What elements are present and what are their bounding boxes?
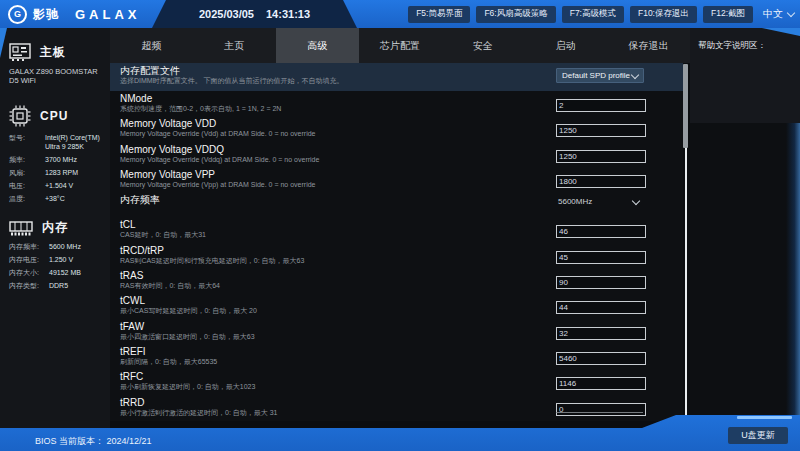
info-value: +1.504 V — [45, 181, 106, 190]
brand-name-cn: 影驰 — [33, 6, 59, 23]
function-key-button[interactable]: F7:高级模式 — [562, 6, 624, 23]
cpu-section-title: CPU — [40, 109, 68, 123]
setting-input[interactable] — [556, 301, 646, 314]
settings-panel: 内存配置文件选择DIMM时序配置文件。 下面的值从当前运行的值开始，不自动填充。… — [110, 63, 683, 421]
setting-row[interactable]: 内存配置文件选择DIMM时序配置文件。 下面的值从当前运行的值开始，不自动填充。… — [110, 63, 683, 91]
setting-input[interactable] — [556, 251, 646, 264]
header-actions: F5:简易界面F6:风扇高级策略F7:高级模式F10:保存退出F12:截图 中文 — [408, 0, 794, 28]
chevron-down-icon — [787, 8, 795, 16]
setting-row[interactable]: 内存频率5600MHz — [110, 192, 683, 217]
bios-version-text: BIOS 当前版本： 2024/12/21 — [35, 435, 152, 448]
date-text: 2025/03/05 — [199, 8, 254, 20]
board-name: GALAX Z890 BOOMSTAR D5 WiFi — [9, 67, 104, 85]
memory-info-list: 内存频率:5600 MHz内存电压:1.250 V内存大小:49152 MB内存… — [9, 242, 106, 290]
info-label: 内存类型: — [9, 281, 49, 290]
right-decorative-area — [690, 123, 800, 418]
tab-保存退出[interactable]: 保存退出 — [607, 28, 690, 63]
board-section-title: 主板 — [40, 44, 66, 61]
chevron-down-icon — [631, 70, 639, 78]
info-label: 内存大小: — [9, 268, 49, 277]
time-text: 14:31:13 — [266, 8, 310, 20]
info-row: 温度:+38°C — [9, 194, 106, 203]
brand-name-en: GALAX — [75, 7, 141, 22]
info-value: 1.250 V — [49, 255, 106, 264]
info-label: 电压: — [9, 181, 45, 190]
dropdown-value: 5600MHz — [558, 197, 592, 206]
info-row: 电压:+1.504 V — [9, 181, 106, 190]
scrollbar-track — [685, 148, 687, 418]
info-row: 型号:Intel(R) Core(TM) Ultra 9 285K — [9, 133, 106, 151]
setting-row[interactable]: tREFI刷新间隔，0: 自动，最大65535 — [110, 344, 683, 369]
tab-高级[interactable]: 高级 — [276, 28, 359, 63]
cpu-chip-icon — [9, 105, 31, 127]
info-value: Intel(R) Core(TM) Ultra 9 285K — [45, 133, 106, 151]
galax-logo-icon: G — [8, 5, 27, 24]
setting-row[interactable]: tRFC最小刷新恢复延迟时间，0: 自动，最大1023 — [110, 369, 683, 394]
setting-input[interactable] — [556, 377, 646, 390]
info-value: +38°C — [45, 194, 106, 203]
setting-input[interactable] — [556, 124, 646, 137]
right-edge-glow — [786, 123, 800, 418]
function-key-button[interactable]: F12:截图 — [703, 6, 753, 23]
bios-menu-tabs: 超频主页高级芯片配置安全启动保存退出 — [110, 28, 690, 63]
function-key-button[interactable]: F5:简易界面 — [408, 6, 470, 23]
setting-input[interactable] — [556, 225, 646, 238]
datetime-display: 2025/03/05 14:31:13 — [152, 0, 357, 28]
setting-input[interactable] — [556, 403, 646, 416]
dropdown-value: Default SPD profile — [562, 71, 630, 80]
info-label: 型号: — [9, 133, 45, 151]
settings-scrollbar[interactable] — [683, 64, 688, 420]
setting-dropdown[interactable]: Default SPD profile — [556, 68, 644, 83]
setting-input[interactable] — [556, 327, 646, 340]
setting-row[interactable]: tRASRAS有效时间，0: 自动，最大64 — [110, 268, 683, 293]
brand-logo: G 影驰 GALAX — [8, 0, 141, 28]
info-value: 5600 MHz — [49, 242, 106, 251]
ram-icon — [9, 220, 33, 236]
function-key-button[interactable]: F6:风扇高级策略 — [476, 6, 555, 23]
info-label: 内存频率: — [9, 242, 49, 251]
scrollbar-thumb[interactable] — [683, 64, 688, 148]
setting-row[interactable]: tCLCAS延时，0: 自动，最大31 — [110, 217, 683, 242]
next-row-partial-divider — [556, 412, 643, 413]
setting-input[interactable] — [556, 150, 646, 163]
tab-主页[interactable]: 主页 — [193, 28, 276, 63]
board-section: 主板 GALAX Z890 BOOMSTAR D5 WiFi — [0, 43, 110, 85]
tab-芯片配置[interactable]: 芯片配置 — [359, 28, 442, 63]
setting-row[interactable]: Memory Voltage VDDMemory Voltage Overrid… — [110, 116, 683, 141]
tab-安全[interactable]: 安全 — [441, 28, 524, 63]
setting-input[interactable] — [556, 352, 646, 365]
language-selector[interactable]: 中文 — [763, 7, 794, 21]
info-value: 3700 MHz — [45, 155, 106, 164]
tab-启动[interactable]: 启动 — [524, 28, 607, 63]
footer-accent-line — [737, 416, 792, 419]
language-label: 中文 — [763, 7, 783, 21]
usb-update-button[interactable]: U盘更新 — [728, 427, 788, 444]
info-value: DDR5 — [49, 281, 106, 290]
info-row: 内存类型:DDR5 — [9, 281, 106, 290]
setting-row[interactable]: tRRD最小行激活到行激活的延迟时间，0: 自动，最大 31 — [110, 395, 683, 420]
tab-超频[interactable]: 超频 — [110, 28, 193, 63]
setting-row[interactable]: NMode系统控制速度，范围0-2，0表示自动, 1 = 1N, 2 = 2N — [110, 91, 683, 116]
help-panel: 帮助文字说明区： — [690, 28, 800, 123]
setting-input[interactable] — [556, 276, 646, 289]
memory-section-title: 内存 — [42, 219, 68, 236]
setting-input[interactable] — [556, 99, 646, 112]
memory-section: 内存 内存频率:5600 MHz内存电压:1.250 V内存大小:49152 M… — [0, 219, 110, 290]
info-row: 内存频率:5600 MHz — [9, 242, 106, 251]
function-key-button[interactable]: F10:保存退出 — [630, 6, 697, 23]
function-key-buttons: F5:简易界面F6:风扇高级策略F7:高级模式F10:保存退出F12:截图 — [408, 6, 753, 23]
info-value: 1283 RPM — [45, 168, 106, 177]
chevron-down-icon — [632, 196, 640, 204]
info-label: 温度: — [9, 194, 45, 203]
setting-row[interactable]: tCWL最小CAS写时延延迟时间，0: 自动，最大 20 — [110, 293, 683, 318]
setting-row[interactable]: tRCD/tRPRAS到CAS延迟时间和行预充电延迟时间，0: 自动，最大63 — [110, 243, 683, 268]
setting-dropdown[interactable]: 5600MHz — [556, 195, 644, 206]
setting-row[interactable]: Memory Voltage VDDQMemory Voltage Overri… — [110, 142, 683, 167]
setting-row[interactable]: Memory Voltage VPPMemory Voltage Overrid… — [110, 167, 683, 192]
setting-row[interactable]: tFAW最小四激活窗口延迟时间，0: 自动，最大63 — [110, 319, 683, 344]
info-row: 频率:3700 MHz — [9, 155, 106, 164]
info-row: 内存电压:1.250 V — [9, 255, 106, 264]
settings-list: 内存配置文件选择DIMM时序配置文件。 下面的值从当前运行的值开始，不自动填充。… — [110, 63, 683, 420]
setting-input[interactable] — [556, 175, 646, 188]
hardware-sidebar: 主板 GALAX Z890 BOOMSTAR D5 WiFi CPU 型号:In… — [0, 28, 110, 428]
